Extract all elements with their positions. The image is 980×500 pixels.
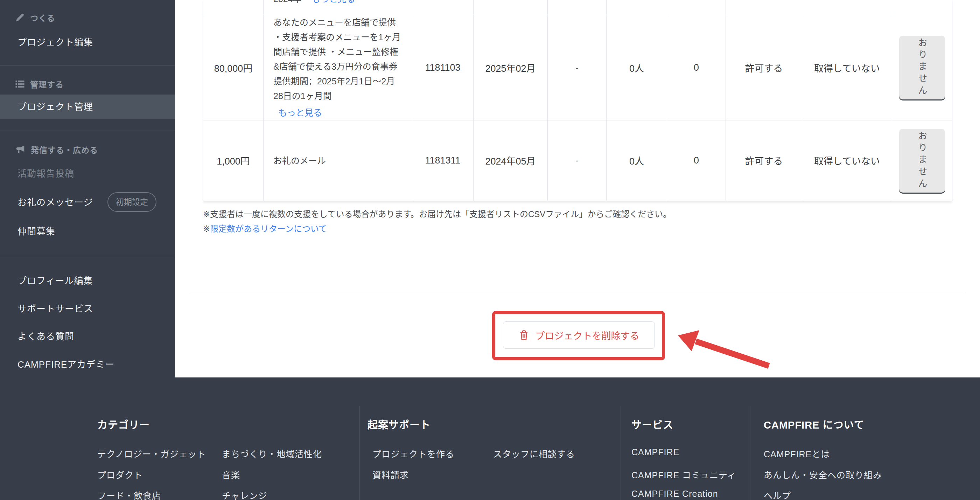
note-limited: ※限定数があるリターンについて [203,222,327,234]
cell-id [412,0,474,15]
limited-returns-link[interactable]: 限定数があるリターンについて [210,224,327,234]
sidebar-divider [0,255,175,255]
cell-count [667,0,726,15]
table-row-partial: 2024年もっと見る [204,0,952,15]
footer-link-consult-staff[interactable]: スタッフに相談する [493,447,575,460]
page-root: つくる プロジェクト編集 管理する プロジェクト管理 発信する・広める [0,0,980,500]
sidebar-section-manage: 管理する [15,78,64,90]
footer-heading-about: CAMPFIRE について [764,417,864,432]
note-prefix: ※ [203,224,210,234]
initial-setting-badge: 初期設定 [107,192,156,212]
footer-link-campfire[interactable]: CAMPFIRE [632,447,679,457]
cell-count: 0 [667,121,726,201]
footer-link-help[interactable]: ヘルプ [764,489,791,500]
cell-acquired: 取得していない [802,121,892,201]
footer-heading-service: サービス [632,417,673,432]
sidebar-item-recruit[interactable]: 仲間募集 [18,224,55,237]
sidebar-item-project-manage[interactable]: プロジェクト管理 [0,94,175,119]
sidebar-section-label: 発信する・広める [31,143,98,156]
cell-permission: 許可する [726,15,802,121]
footer-link-create-project[interactable]: プロジェクトを作る [372,447,454,460]
table-row: 80,000円 あなたのメニューを店舗で提供 ・支援者考案のメニューを1ヶ月間店… [204,15,952,121]
footer-link-safety[interactable]: あんしん・安全への取り組み [764,468,882,481]
sidebar-item-academy[interactable]: CAMPFIREアカデミー [18,357,115,370]
footer-divider [360,406,360,500]
sidebar-section-label: つくる [30,11,55,24]
cell-description: あなたのメニューを店舗で提供 ・支援者考案のメニューを1ヶ月間店舗で提供 ・メニ… [264,15,412,121]
sidebar-section-label: 管理する [30,78,64,90]
sidebar-item-profile-edit[interactable]: プロフィール編集 [18,274,93,287]
footer-link-food[interactable]: フード・飲食店 [97,489,161,500]
cell-amount [204,0,264,15]
sidebar-item-project-edit[interactable]: プロジェクト編集 [18,35,93,48]
cell-action: おりません [892,121,952,201]
sidebar-item-support-service[interactable]: サポートサービス [18,301,93,314]
footer-link-music[interactable]: 音楽 [222,468,240,481]
sidebar-item-label: プロジェクト管理 [18,94,93,119]
footer-link-technology[interactable]: テクノロジー・ガジェット [97,447,206,460]
sidebar-divider [0,65,175,66]
cell-month: 2025年02月 [474,15,548,121]
delete-project-button[interactable]: プロジェクトを削除する [503,322,655,349]
section-divider [189,291,966,292]
cell-action [892,0,952,15]
cell-description: 2024年もっと見る [264,0,412,15]
sidebar-item-activity-report[interactable]: 活動報告投稿 [18,166,74,179]
sidebar-section-create: つくる [15,11,55,24]
cell-month [474,0,548,15]
footer-heading-support: 起案サポート [368,417,431,432]
description-text: あなたのメニューを店舗で提供 ・支援者考案のメニューを1ヶ月間店舗で提供 ・メニ… [274,18,401,101]
cell-backers: 0人 [606,121,667,201]
returns-table: 2024年もっと見る 80,000円 あなたのメニューを店舗で提供 ・支援者考案… [203,0,952,201]
cell-amount: 1,000円 [204,121,264,201]
orimasen-button[interactable]: おりません [899,36,945,99]
table-row: 1,000円 お礼のメール 1181311 2024年05月 - 0人 0 許可… [204,121,952,201]
footer-link-campfire-creation[interactable]: CAMPFIRE Creation [632,489,718,499]
cell-amount: 80,000円 [204,15,264,121]
cell-acquired [802,0,892,15]
description-tail: 2024年 [274,0,302,4]
sidebar-item-thanks-message[interactable]: お礼のメッセージ [18,195,93,208]
delete-button-label: プロジェクトを削除する [536,328,640,342]
megaphone-icon [15,144,26,155]
footer-link-request-docs[interactable]: 資料請求 [372,468,409,481]
cell-dash: - [548,121,606,201]
cell-backers [606,0,667,15]
cell-action: おりません [892,15,952,121]
cell-permission [726,0,802,15]
see-more-link[interactable]: もっと見る [312,0,355,4]
cell-id: 1181311 [412,121,474,201]
note-csv: ※支援者は一度に複数の支援をしている場合があります。お届け先は「支援者リストのC… [203,207,671,220]
footer: カテゴリー 起案サポート サービス CAMPFIRE について テクノロジー・ガ… [0,377,980,500]
cell-dash: - [548,15,606,121]
cell-dash [548,0,606,15]
cell-backers: 0人 [606,15,667,121]
sidebar-section-broadcast: 発信する・広める [15,143,98,156]
annotation-arrow-icon [665,315,791,378]
sidebar-item-faq[interactable]: よくある質問 [18,329,74,342]
sidebar: つくる プロジェクト編集 管理する プロジェクト管理 発信する・広める [0,0,175,377]
cell-description: お礼のメール [264,121,412,201]
see-more-link[interactable]: もっと見る [278,105,402,120]
footer-link-community-dev[interactable]: まちづくり・地域活性化 [222,447,322,460]
footer-link-about-campfire[interactable]: CAMPFIREとは [764,447,830,460]
cell-count: 0 [667,15,726,121]
list-icon [15,79,25,89]
cell-month: 2024年05月 [474,121,548,201]
footer-divider [620,406,621,500]
footer-link-product[interactable]: プロダクト [97,468,143,481]
description-text: お礼のメール [274,156,326,166]
footer-heading-category: カテゴリー [97,417,150,432]
footer-link-campfire-community[interactable]: CAMPFIRE コミュニティ [632,468,737,481]
trash-icon [519,329,529,341]
pencil-icon [15,12,25,23]
footer-link-challenge[interactable]: チャレンジ [222,489,267,500]
cell-acquired: 取得していない [802,15,892,121]
cell-permission: 許可する [726,121,802,201]
orimasen-button[interactable]: おりません [899,129,945,193]
cell-id: 1181103 [412,15,474,121]
sidebar-divider [0,131,175,131]
